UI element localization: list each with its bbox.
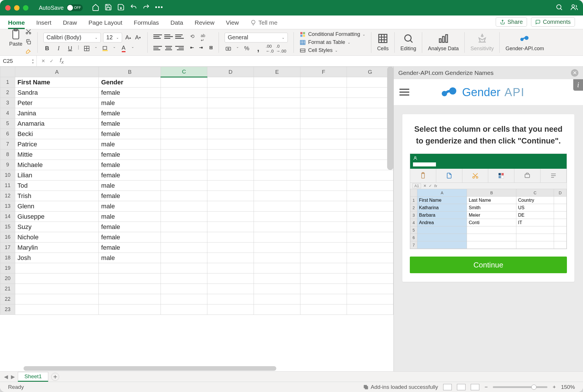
cell[interactable] — [347, 273, 393, 284]
redo-icon[interactable] — [142, 3, 150, 12]
cell[interactable] — [254, 160, 300, 170]
increase-decimal-icon[interactable]: .0→.00 — [277, 45, 285, 52]
cell[interactable] — [207, 273, 254, 284]
cell[interactable] — [347, 242, 393, 253]
table-row[interactable]: 19 — [0, 263, 393, 273]
cell[interactable] — [300, 160, 347, 170]
cell[interactable] — [207, 253, 254, 263]
row-header[interactable]: 2 — [0, 88, 15, 98]
cell[interactable] — [207, 284, 254, 294]
table-row[interactable]: 1First NameGender — [0, 77, 393, 88]
table-row[interactable]: 16Nicholefemale — [0, 232, 393, 242]
cell[interactable] — [254, 242, 300, 253]
cell[interactable] — [347, 88, 393, 98]
close-icon[interactable]: ✕ — [571, 69, 578, 77]
table-row[interactable]: 2Sandrafemale — [0, 88, 393, 98]
sheet-tab[interactable]: Sheet1 — [18, 372, 48, 382]
cell[interactable] — [300, 170, 347, 181]
orientation-icon[interactable]: ⟲ — [190, 33, 194, 42]
cell[interactable] — [300, 222, 347, 232]
cell[interactable] — [99, 284, 161, 294]
decrease-indent-icon[interactable]: ⇤ — [190, 45, 194, 52]
cell[interactable] — [254, 304, 300, 315]
cell[interactable] — [347, 170, 393, 181]
tab-formulas[interactable]: Formulas — [134, 19, 159, 29]
cell[interactable] — [207, 98, 254, 108]
cell[interactable] — [300, 242, 347, 253]
cell[interactable] — [347, 129, 393, 139]
cell[interactable] — [300, 304, 347, 315]
cell[interactable]: Janina — [15, 108, 99, 119]
cell[interactable]: male — [99, 253, 161, 263]
cell[interactable]: male — [99, 181, 161, 191]
cell[interactable] — [161, 150, 207, 160]
row-header[interactable]: 10 — [0, 170, 15, 181]
table-row[interactable]: 7Patricemale — [0, 139, 393, 150]
cell[interactable]: female — [99, 108, 161, 119]
borders-icon[interactable] — [83, 45, 90, 52]
decrease-decimal-icon[interactable]: .00←.0 — [266, 45, 273, 52]
percent-icon[interactable]: % — [243, 45, 250, 52]
cell[interactable]: female — [99, 242, 161, 253]
cell[interactable] — [207, 191, 254, 201]
paste-button[interactable]: Paste — [9, 28, 22, 47]
increase-font-icon[interactable]: A▴ — [124, 34, 132, 41]
col-header-c[interactable]: C — [161, 67, 207, 77]
zoom-slider[interactable] — [493, 386, 547, 388]
cell[interactable] — [300, 88, 347, 98]
row-header[interactable]: 12 — [0, 191, 15, 201]
cell[interactable] — [300, 129, 347, 139]
cell[interactable] — [300, 119, 347, 129]
table-row[interactable]: 11Todmale — [0, 181, 393, 191]
cell[interactable] — [300, 181, 347, 191]
cell[interactable]: male — [99, 211, 161, 222]
cell[interactable] — [161, 304, 207, 315]
table-row[interactable]: 3Petermale — [0, 98, 393, 108]
cell[interactable] — [254, 129, 300, 139]
cell[interactable] — [161, 139, 207, 150]
cell[interactable] — [254, 211, 300, 222]
menu-icon[interactable] — [399, 89, 409, 96]
cancel-formula-icon[interactable]: ✕ — [41, 58, 45, 64]
row-header[interactable]: 4 — [0, 108, 15, 119]
cell[interactable] — [161, 181, 207, 191]
row-header[interactable]: 5 — [0, 119, 15, 129]
cell[interactable] — [207, 129, 254, 139]
save-as-icon[interactable] — [117, 3, 125, 12]
cell[interactable]: female — [99, 191, 161, 201]
minimize-window-icon[interactable] — [14, 5, 20, 11]
normal-view-icon[interactable] — [443, 384, 452, 390]
cell[interactable] — [15, 273, 99, 284]
prev-sheet-icon[interactable]: ◀ — [4, 374, 8, 380]
table-row[interactable]: 18Joshmale — [0, 253, 393, 263]
page-break-view-icon[interactable] — [471, 384, 479, 390]
tab-draw[interactable]: Draw — [63, 19, 77, 29]
table-row[interactable]: 15Suzyfemale — [0, 222, 393, 232]
row-header[interactable]: 14 — [0, 211, 15, 222]
cell[interactable] — [161, 77, 207, 88]
cell[interactable]: Trish — [15, 191, 99, 201]
cell[interactable] — [15, 284, 99, 294]
cell[interactable] — [347, 253, 393, 263]
cell[interactable] — [300, 150, 347, 160]
cell[interactable]: female — [99, 232, 161, 242]
cell[interactable] — [207, 88, 254, 98]
cell[interactable] — [207, 170, 254, 181]
row-header[interactable]: 19 — [0, 263, 15, 273]
row-header[interactable]: 22 — [0, 294, 15, 304]
cell[interactable] — [347, 211, 393, 222]
cell[interactable] — [254, 170, 300, 181]
cell[interactable] — [207, 263, 254, 273]
cell[interactable]: male — [99, 139, 161, 150]
share-button[interactable]: Share — [496, 17, 527, 27]
cell[interactable] — [347, 304, 393, 315]
cell[interactable] — [254, 201, 300, 211]
cell[interactable] — [254, 150, 300, 160]
cell[interactable] — [161, 160, 207, 170]
cell[interactable]: female — [99, 170, 161, 181]
cell[interactable] — [254, 98, 300, 108]
cell[interactable] — [300, 211, 347, 222]
row-header[interactable]: 8 — [0, 150, 15, 160]
align-bottom-icon[interactable] — [175, 33, 184, 40]
cell[interactable]: Marylin — [15, 242, 99, 253]
